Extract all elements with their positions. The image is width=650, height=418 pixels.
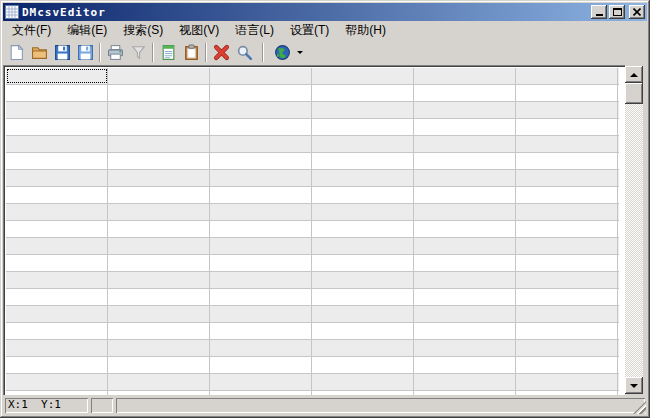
grid-cell[interactable] [414, 272, 516, 288]
grid-cell[interactable] [6, 340, 108, 356]
delete-button[interactable] [210, 42, 233, 64]
grid-cell[interactable] [414, 255, 516, 271]
grid-cell[interactable] [312, 153, 414, 169]
open-button[interactable] [28, 42, 51, 64]
grid-cell[interactable] [312, 187, 414, 203]
grid-cell[interactable] [6, 255, 108, 271]
grid-cell[interactable] [414, 289, 516, 305]
grid-cell[interactable] [210, 323, 312, 339]
grid-cell[interactable] [414, 102, 516, 118]
grid-cell[interactable] [414, 170, 516, 186]
menu-settings[interactable]: 设置(T) [282, 20, 337, 41]
grid-cell[interactable] [108, 102, 210, 118]
grid-cell[interactable] [312, 374, 414, 390]
language-dropdown-button[interactable] [294, 42, 306, 64]
print-button[interactable] [104, 42, 127, 64]
menu-view[interactable]: 视图(V) [171, 20, 227, 41]
grid-cell[interactable] [312, 119, 414, 135]
menu-search[interactable]: 搜索(S) [115, 20, 171, 41]
grid-cell[interactable] [414, 323, 516, 339]
grid-cell[interactable] [312, 102, 414, 118]
scrollbar-thumb[interactable] [625, 83, 643, 104]
grid-cell[interactable] [210, 102, 312, 118]
menu-edit[interactable]: 编辑(E) [59, 20, 115, 41]
grid-cell[interactable] [516, 204, 618, 220]
save-button[interactable] [51, 42, 74, 64]
scroll-down-button[interactable] [625, 377, 643, 394]
grid-cell[interactable] [516, 68, 618, 84]
grid-cell[interactable] [6, 136, 108, 152]
grid-cell[interactable] [6, 306, 108, 322]
grid-cell[interactable] [210, 204, 312, 220]
scroll-up-button[interactable] [625, 66, 643, 83]
grid-cell[interactable] [210, 238, 312, 254]
grid-cell[interactable] [516, 340, 618, 356]
grid-cell[interactable] [516, 153, 618, 169]
grid-cell[interactable] [108, 204, 210, 220]
paste-button[interactable] [180, 42, 203, 64]
grid-cell[interactable] [414, 221, 516, 237]
grid-cell[interactable] [210, 170, 312, 186]
grid-cell[interactable] [6, 289, 108, 305]
grid-cell[interactable] [6, 170, 108, 186]
grid-cell[interactable] [210, 255, 312, 271]
grid-cell[interactable] [414, 119, 516, 135]
grid-cell[interactable] [516, 272, 618, 288]
title-bar[interactable]: DMcsvEditor [3, 3, 647, 21]
grid-cell[interactable] [6, 85, 108, 101]
grid-cell[interactable] [312, 221, 414, 237]
grid-cell[interactable] [516, 374, 618, 390]
grid-cell[interactable] [210, 221, 312, 237]
grid-cell[interactable] [108, 340, 210, 356]
grid-cell[interactable] [108, 85, 210, 101]
grid-cell[interactable] [312, 238, 414, 254]
menu-language[interactable]: 语言(L) [227, 20, 282, 41]
grid-cell[interactable] [6, 204, 108, 220]
grid-cell[interactable] [6, 238, 108, 254]
grid-cell[interactable] [312, 340, 414, 356]
selected-cell[interactable] [6, 68, 108, 84]
close-button[interactable] [629, 5, 645, 19]
grid-cell[interactable] [210, 68, 312, 84]
app-icon[interactable] [5, 5, 19, 19]
grid-cell[interactable] [516, 255, 618, 271]
grid-cell[interactable] [312, 289, 414, 305]
grid-cell[interactable] [516, 187, 618, 203]
grid-cell[interactable] [6, 102, 108, 118]
grid-cell[interactable] [210, 357, 312, 373]
grid-cell[interactable] [312, 255, 414, 271]
vertical-scrollbar[interactable] [625, 66, 643, 394]
filter-button[interactable] [127, 42, 150, 64]
grid-cell[interactable] [516, 136, 618, 152]
grid-cell[interactable] [210, 306, 312, 322]
menu-help[interactable]: 帮助(H) [337, 20, 394, 41]
grid-cell[interactable] [108, 68, 210, 84]
grid-cell[interactable] [210, 340, 312, 356]
grid-cell[interactable] [516, 119, 618, 135]
grid-cell[interactable] [6, 357, 108, 373]
new-button[interactable] [5, 42, 28, 64]
grid-cell[interactable] [108, 289, 210, 305]
grid-cell[interactable] [108, 357, 210, 373]
menu-file[interactable]: 文件(F) [4, 20, 59, 41]
grid-cell[interactable] [516, 238, 618, 254]
grid-cell[interactable] [210, 153, 312, 169]
grid-cell[interactable] [516, 170, 618, 186]
grid-cell[interactable] [6, 272, 108, 288]
grid-cell[interactable] [108, 323, 210, 339]
grid-cell[interactable] [108, 306, 210, 322]
grid-cell[interactable] [516, 102, 618, 118]
grid-cell[interactable] [516, 289, 618, 305]
grid-cell[interactable] [414, 357, 516, 373]
grid-cell[interactable] [414, 187, 516, 203]
maximize-button[interactable] [609, 5, 625, 19]
grid-cell[interactable] [516, 85, 618, 101]
grid-cell[interactable] [6, 187, 108, 203]
language-button[interactable] [271, 42, 294, 64]
search-button[interactable] [233, 42, 256, 64]
save-as-button[interactable] [74, 42, 97, 64]
grid-cell[interactable] [108, 374, 210, 390]
grid-cell[interactable] [108, 119, 210, 135]
grid-cell[interactable] [108, 136, 210, 152]
grid-cell[interactable] [516, 306, 618, 322]
